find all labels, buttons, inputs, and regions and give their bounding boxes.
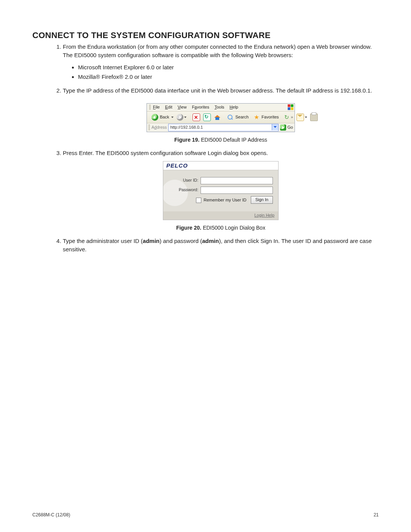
- login-body: User ID: Password: Remember my User ID S…: [163, 170, 278, 211]
- mail-icon: [296, 113, 304, 121]
- figure-19-browser-toolbar: File Edit View Favorites Tools Help Back: [147, 103, 295, 132]
- dropdown-icon: [171, 117, 174, 118]
- history-button[interactable]: ↻: [282, 113, 292, 122]
- stop-button[interactable]: [191, 113, 202, 122]
- forward-button[interactable]: [175, 113, 188, 122]
- search-button[interactable]: Search: [225, 113, 252, 122]
- favorites-button[interactable]: ★ Favorites: [252, 113, 282, 122]
- remember-row: Remember my User ID: [196, 197, 246, 203]
- password-input[interactable]: [201, 187, 273, 194]
- back-label: Back: [160, 114, 169, 120]
- footer-doc-id: C2688M-C (12/08): [32, 512, 70, 518]
- user-id-input[interactable]: [201, 177, 273, 184]
- login-footer: Login Help: [163, 211, 278, 220]
- ie-menu-bar: File Edit View Favorites Tools Help: [147, 104, 295, 112]
- menu-tools[interactable]: Tools: [215, 104, 225, 110]
- stop-icon: [193, 113, 200, 121]
- step-4: Type the administrator user ID (admin) a…: [63, 237, 379, 254]
- step-4-admin1: admin: [143, 238, 159, 244]
- menu-favorites[interactable]: Favorites: [192, 104, 209, 110]
- browser-bullets: Microsoft Internet Explorer 6.0 or later…: [63, 63, 379, 81]
- mail-button[interactable]: [295, 113, 309, 122]
- figure-20-caption-number: Figure 20.: [176, 225, 201, 231]
- user-id-label: User ID:: [169, 177, 198, 184]
- back-arrow-icon: [151, 114, 158, 121]
- go-label: Go: [287, 125, 293, 131]
- login-header: PELCO: [163, 161, 278, 170]
- menu-help[interactable]: Help: [229, 104, 238, 110]
- refresh-button[interactable]: [202, 113, 212, 122]
- address-value: http://192.168.0.1: [170, 125, 203, 131]
- home-icon: [214, 114, 221, 121]
- footer-page-number: 21: [374, 512, 379, 518]
- step-4-pre: Type the administrator user ID (: [63, 238, 143, 244]
- menu-edit[interactable]: Edit: [165, 104, 172, 110]
- print-button[interactable]: [309, 113, 319, 122]
- password-label: Password:: [169, 187, 198, 193]
- step-2-text: Type the IP address of the EDI5000 data …: [63, 87, 372, 94]
- overflow-chevron-icon[interactable]: »: [291, 115, 293, 120]
- menu-file[interactable]: File: [153, 104, 160, 110]
- address-label: Address: [151, 125, 167, 131]
- bullet-firefox: Mozilla® Firefox® 2.0 or later: [78, 73, 379, 81]
- steps-list: From the Endura workstation (or from any…: [32, 43, 379, 254]
- bullet-ie: Microsoft Internet Explorer 6.0 or later: [78, 63, 379, 72]
- address-dropdown-icon[interactable]: [272, 124, 278, 130]
- dropdown-icon: [184, 117, 186, 118]
- home-button[interactable]: [212, 113, 222, 122]
- address-input[interactable]: http://192.168.0.1: [168, 124, 279, 131]
- menu-view[interactable]: View: [178, 104, 187, 110]
- windows-logo-icon: [288, 104, 294, 110]
- step-4-admin2: admin: [202, 238, 219, 244]
- figure-19-caption-number: Figure 19.: [174, 137, 199, 143]
- step-3-text: Press Enter. The EDI5000 system configur…: [63, 150, 268, 156]
- step-3: Press Enter. The EDI5000 system configur…: [63, 149, 379, 232]
- grip-handle-icon: [148, 125, 150, 131]
- go-button[interactable]: Go: [280, 124, 293, 131]
- ie-address-bar: Address http://192.168.0.1 Go: [147, 123, 295, 132]
- section-heading: Connect to the System Configuration Soft…: [32, 30, 379, 40]
- step-1: From the Endura workstation (or from any…: [63, 43, 379, 81]
- step-2: Type the IP address of the EDI5000 data …: [63, 86, 379, 144]
- figure-20-caption-text: EDI5000 Login Dialog Box: [201, 225, 265, 231]
- search-label: Search: [235, 114, 249, 120]
- page-footer: C2688M-C (12/08) 21: [32, 512, 379, 518]
- remember-checkbox[interactable]: [196, 198, 201, 203]
- favorites-label: Favorites: [261, 114, 279, 120]
- dropdown-icon: [305, 117, 307, 118]
- login-help-link[interactable]: Login Help: [254, 212, 274, 219]
- grip-handle-icon: [149, 105, 151, 110]
- step-1-text: From the Endura workstation (or from any…: [63, 43, 372, 58]
- search-icon: [227, 114, 234, 121]
- star-icon: ★: [253, 114, 260, 121]
- figure-20-caption: Figure 20. EDI5000 Login Dialog Box: [63, 224, 379, 232]
- figure-19-caption: Figure 19. EDI5000 Default IP Address: [63, 136, 379, 144]
- figure-20-login-dialog: PELCO User ID: Password: Remember m: [163, 161, 279, 220]
- history-icon: ↻: [284, 114, 290, 121]
- step-4-mid: ) and password (: [159, 238, 202, 244]
- pelco-logo: PELCO: [166, 161, 188, 170]
- print-icon: [310, 113, 318, 121]
- refresh-icon: [203, 113, 211, 121]
- remember-label: Remember my User ID: [204, 197, 246, 203]
- back-button[interactable]: Back: [150, 113, 175, 122]
- go-arrow-icon: [280, 125, 286, 131]
- ie-standard-toolbar: Back Search: [147, 112, 295, 123]
- sign-in-button[interactable]: Sign In: [251, 196, 273, 204]
- figure-19-caption-text: EDI5000 Default IP Address: [199, 137, 267, 143]
- forward-arrow-icon: [177, 114, 183, 121]
